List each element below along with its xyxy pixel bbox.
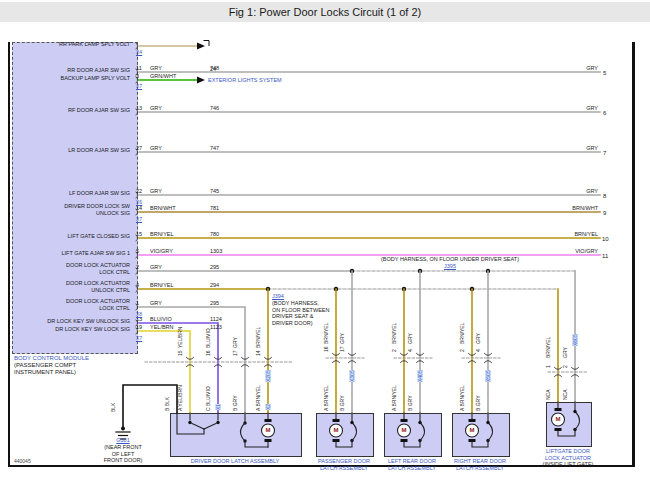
bcm-connector-x7a[interactable]: X7 xyxy=(136,83,142,89)
right-rear-cavity-brnyel: A BRN/YEL xyxy=(459,385,465,411)
pin-19: 19 xyxy=(136,324,142,330)
left-rear-drop-color-gry: GRY xyxy=(407,333,413,344)
inline-connector-faces xyxy=(145,358,587,372)
page-ref-7: 7 xyxy=(603,150,606,156)
circuit-295b: 295 xyxy=(210,300,219,306)
driver-drop-pin-16: 16 xyxy=(205,350,211,356)
bcm-location-2: INSTRUMENT PANEL) xyxy=(14,369,76,375)
right-rear-latch-label-2[interactable]: LATCH ASSEMBLY xyxy=(446,465,514,471)
driver-latch-connector-x1[interactable]: X1 xyxy=(215,404,221,410)
circuit-746: 746 xyxy=(210,105,219,111)
wire-rr-park-lamp xyxy=(139,41,209,50)
bcm-connector-x6[interactable]: X6 xyxy=(136,199,142,205)
ground-wire-blk-label: BLK xyxy=(110,403,116,412)
passenger-inline-connector[interactable]: X305 xyxy=(349,370,355,382)
driver-cavity-yelbrn: A YEL/BRN xyxy=(177,385,183,411)
pin-11: 11 xyxy=(136,65,142,71)
driver-latch-label[interactable]: DRIVER DOOR LATCH ASSEMBLY xyxy=(170,458,300,464)
signal-lock-ctrl-2-a: DOOR LOCK ACTUATOR xyxy=(14,262,130,268)
driver-drop-color-brnyel: BRN/YEL xyxy=(255,327,261,348)
page-ref-9: 9 xyxy=(603,210,606,216)
driver-drop-color-bluvio: BLU/VIO xyxy=(205,328,211,348)
j394-desc-2: ON FLOOR BETWEEN xyxy=(272,307,329,313)
signal-key-lock: DR LOCK KEY SW LOCK SIG xyxy=(14,326,130,332)
signal-rr-park-lamp: RR PARK LAMP SPLY VOLT xyxy=(14,41,130,47)
bcm-connector-x8[interactable]: X8 xyxy=(136,311,142,317)
liftgate-label-2[interactable]: LOCK ACTUATOR xyxy=(540,455,596,461)
driver-inline-connector[interactable]: X205 xyxy=(265,370,271,382)
liftgate-inline-connector[interactable]: X605 xyxy=(572,334,578,346)
passenger-cavity-gry: B GRY xyxy=(339,396,345,411)
signal-unlock-ctrl-a: DOOR LOCK ACTUATOR xyxy=(14,280,130,286)
color-746: GRY xyxy=(150,105,162,111)
pin-1: 1 xyxy=(136,300,139,306)
driver-cavity-bluvio: C BLU/VIO xyxy=(205,386,211,411)
figure-title: Fig 1: Power Door Locks Circuit (1 of 2) xyxy=(229,6,422,18)
liftgate-cavity-nca-2: NCA xyxy=(562,389,568,400)
signal-unlock-ctrl-b: UNLOCK CTRL xyxy=(14,287,130,293)
j394-desc-1: (BODY HARNESS, xyxy=(272,300,319,306)
wiring-svg xyxy=(0,0,650,487)
pin-3: 3 xyxy=(136,73,139,79)
left-rear-drop-pin-4: 4 xyxy=(407,349,413,352)
driver-latch-connector-x2[interactable]: X2 xyxy=(265,404,271,410)
left-rear-latch-label-1[interactable]: LEFT REAR DOOR xyxy=(378,458,446,464)
driver-motor-label: M xyxy=(263,427,273,433)
left-rear-drop-color-brnyel: BRN/YEL xyxy=(391,323,397,344)
right-rear-drop-color-gry: GRY xyxy=(475,333,481,344)
right-color-747: GRY xyxy=(530,145,598,151)
color-1303: VIO/GRY xyxy=(150,248,173,254)
driver-drop-pin-17: 17 xyxy=(232,350,238,356)
liftgate-drop-color-gry: GRY xyxy=(562,347,568,358)
drawing-number: 440045 xyxy=(14,458,31,464)
j394-link[interactable]: J394 xyxy=(272,293,284,299)
pin-15: 15 xyxy=(136,231,142,237)
signal-liftgate-ajar: LIFT GATE AJAR SW SIG 1 xyxy=(14,250,130,256)
circuit-781: 781 xyxy=(210,205,219,211)
signal-driver-lock-sw-2: UNLOCK SIG xyxy=(14,210,130,216)
color-745: GRY xyxy=(150,188,162,194)
bcm-connector-x4[interactable]: X4 xyxy=(136,49,142,55)
right-color-748: GRY xyxy=(530,65,598,71)
liftgate-label-1[interactable]: LIFTGATE DOOR xyxy=(540,448,596,454)
ground-g301-link[interactable]: G301 xyxy=(95,437,151,443)
left-rear-latch-label-2[interactable]: LATCH ASSEMBLY xyxy=(378,465,446,471)
signal-driver-lock-sw-1: DRIVER DOOR LOCK SW xyxy=(14,203,130,209)
passenger-drop-pin-16: 16 xyxy=(323,346,329,352)
right-rear-drop-color-brnyel: BRN/YEL xyxy=(459,323,465,344)
j394-desc-3: DRIVER SEAT & xyxy=(272,313,313,319)
signal-rr-door-ajar: RR DOOR AJAR SW SIG xyxy=(14,67,130,73)
circuit-780: 780 xyxy=(210,231,219,237)
pin-4: 4 xyxy=(136,282,139,288)
page-ref-6: 6 xyxy=(603,110,606,116)
right-color-781: BRN/WHT xyxy=(530,205,598,211)
j395-link[interactable]: J395 xyxy=(330,263,570,269)
passenger-cavity-brnyel: A BRN/YEL xyxy=(323,385,329,411)
left-rear-motor-label: M xyxy=(399,427,409,433)
circuit-747: 747 xyxy=(210,145,219,151)
right-rear-latch-label-1[interactable]: RIGHT REAR DOOR xyxy=(446,458,514,464)
right-rear-inline-connector[interactable]: X505 xyxy=(485,370,491,382)
bcm-name-link[interactable]: BODY CONTROL MODULE xyxy=(14,355,89,361)
bcm-connector-x7b[interactable]: X7 xyxy=(136,216,142,222)
bcm-connector-x7c[interactable]: X7 xyxy=(136,335,142,341)
passenger-latch-label-1[interactable]: PASSENGER DOOR xyxy=(310,458,378,464)
driver-drop-color-gry: GRY xyxy=(232,337,238,348)
pin-14: 14 xyxy=(136,205,142,211)
color-1124: BLU/VIO xyxy=(150,316,172,322)
ground-loc-1: (NEAR FRONT xyxy=(95,444,151,450)
color-294: BRN/YEL xyxy=(150,282,174,288)
ground-loc-2: OF LEFT xyxy=(95,451,151,457)
circuit-1303: 1303 xyxy=(210,248,222,254)
left-rear-inline-connector[interactable]: X405 xyxy=(417,370,423,382)
left-rear-cavity-gry: B GRY xyxy=(407,396,413,411)
driver-cavity-blk: B BLK xyxy=(164,397,170,411)
exterior-lights-system-link[interactable]: EXTERIOR LIGHTS SYSTEM xyxy=(208,77,282,83)
circuit-294: 294 xyxy=(210,282,219,288)
pin-5: 5 xyxy=(136,248,139,254)
signal-key-unlock: DR LOCK KEY SW UNLOCK SIG xyxy=(14,318,130,324)
passenger-drop-color-brnyel: BRN/YEL xyxy=(323,323,329,344)
color-780: BRN/YEL xyxy=(150,231,174,237)
color-24: GRN/WHT xyxy=(150,73,176,79)
passenger-latch-label-2[interactable]: LATCH ASSEMBLY xyxy=(310,465,378,471)
